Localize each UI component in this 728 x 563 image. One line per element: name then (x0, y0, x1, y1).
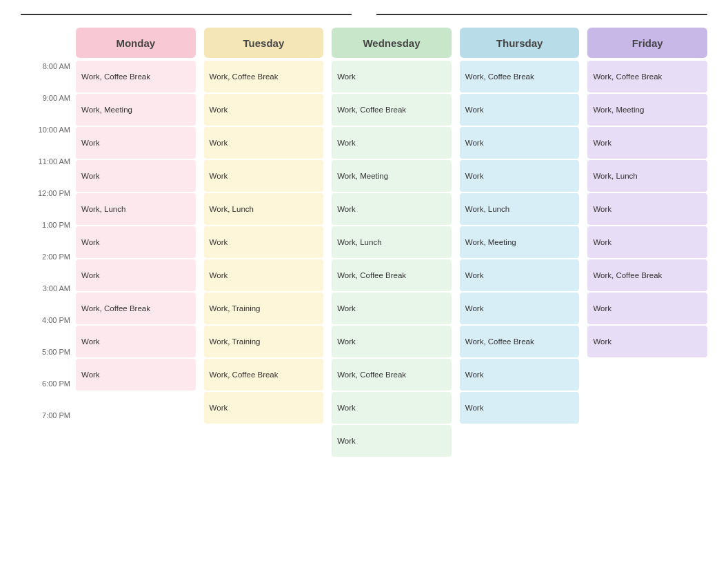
time-column: 8:00 AM9:00 AM10:00 AM11:00 AM12:00 PM1:… (21, 28, 76, 556)
day-cells-monday: Work, Coffee BreakWork, MeetingWorkWorkW… (76, 61, 196, 556)
day-header-monday: Monday (76, 28, 196, 58)
day-col-thursday: ThursdayWork, Coffee BreakWorkWorkWorkWo… (460, 28, 580, 556)
cell-friday-5: Work (587, 226, 707, 258)
schedule-container: 8:00 AM9:00 AM10:00 AM11:00 AM12:00 PM1:… (21, 28, 707, 556)
day-cells-wednesday: WorkWork, Coffee BreakWorkWork, MeetingW… (332, 61, 452, 556)
day-header-friday: Friday (587, 28, 707, 58)
time-label-6: 2:00 PM (21, 253, 76, 284)
day-header-tuesday: Tuesday (204, 28, 324, 58)
cell-wednesday-10: Work (332, 392, 452, 424)
cell-monday-10 (76, 392, 196, 424)
cell-wednesday-6: Work, Coffee Break (332, 259, 452, 291)
cell-friday-6: Work, Coffee Break (587, 259, 707, 291)
day-header-wednesday: Wednesday (332, 28, 452, 58)
cell-tuesday-1: Work (204, 94, 324, 126)
cell-wednesday-1: Work, Coffee Break (332, 94, 452, 126)
cell-thursday-11 (460, 425, 580, 457)
time-label-7: 3:00 AM (21, 284, 76, 316)
day-col-friday: FridayWork, Coffee BreakWork, MeetingWor… (587, 28, 707, 556)
cell-wednesday-0: Work (332, 61, 452, 92)
cell-monday-9: Work (76, 359, 196, 391)
cell-monday-5: Work (76, 226, 196, 258)
cell-monday-3: Work (76, 160, 196, 192)
cell-friday-11 (587, 425, 707, 457)
cell-friday-10 (587, 392, 707, 424)
cell-wednesday-7: Work (332, 293, 452, 324)
time-label-10: 6:00 PM (21, 379, 76, 411)
cell-wednesday-5: Work, Lunch (332, 226, 452, 258)
cell-friday-8: Work (587, 326, 707, 357)
cell-thursday-0: Work, Coffee Break (460, 61, 580, 92)
cell-tuesday-5: Work (204, 226, 324, 258)
cell-tuesday-4: Work, Lunch (204, 193, 324, 225)
cell-tuesday-8: Work, Training (204, 326, 324, 357)
cell-wednesday-4: Work (332, 193, 452, 225)
day-cells-tuesday: Work, Coffee BreakWorkWorkWorkWork, Lunc… (204, 61, 324, 556)
cell-tuesday-11 (204, 425, 324, 457)
cell-friday-0: Work, Coffee Break (587, 61, 707, 92)
cell-friday-7: Work (587, 293, 707, 324)
cell-thursday-8: Work, Coffee Break (460, 326, 580, 357)
cell-monday-4: Work, Lunch (76, 193, 196, 225)
cell-thursday-1: Work (460, 94, 580, 126)
cell-friday-4: Work (587, 193, 707, 225)
cell-monday-1: Work, Meeting (76, 94, 196, 126)
cell-tuesday-9: Work, Coffee Break (204, 359, 324, 391)
cell-friday-1: Work, Meeting (587, 94, 707, 126)
cell-friday-3: Work, Lunch (587, 160, 707, 192)
time-label-5: 1:00 PM (21, 221, 76, 253)
cell-tuesday-2: Work (204, 127, 324, 159)
day-header-thursday: Thursday (460, 28, 580, 58)
cell-tuesday-3: Work (204, 160, 324, 192)
page: 8:00 AM9:00 AM10:00 AM11:00 AM12:00 PM1:… (0, 0, 728, 563)
cell-wednesday-8: Work (332, 326, 452, 357)
cell-monday-2: Work (76, 127, 196, 159)
title-section (21, 14, 707, 15)
cell-wednesday-3: Work, Meeting (332, 160, 452, 192)
day-cells-thursday: Work, Coffee BreakWorkWorkWorkWork, Lunc… (460, 61, 580, 556)
time-label-4: 12:00 PM (21, 189, 76, 221)
cell-thursday-5: Work, Meeting (460, 226, 580, 258)
cell-thursday-10: Work (460, 392, 580, 424)
cell-wednesday-9: Work, Coffee Break (332, 359, 452, 391)
title-line-right (376, 14, 707, 15)
cell-thursday-4: Work, Lunch (460, 193, 580, 225)
day-col-wednesday: WednesdayWorkWork, Coffee BreakWorkWork,… (332, 28, 452, 556)
cell-monday-7: Work, Coffee Break (76, 293, 196, 324)
title-line-left (21, 14, 352, 15)
cell-thursday-3: Work (460, 160, 580, 192)
cell-tuesday-0: Work, Coffee Break (204, 61, 324, 92)
time-label-0: 8:00 AM (21, 62, 76, 94)
cell-friday-9 (587, 359, 707, 391)
cell-tuesday-10: Work (204, 392, 324, 424)
cell-monday-8: Work (76, 326, 196, 357)
time-label-8: 4:00 PM (21, 316, 76, 348)
cell-friday-2: Work (587, 127, 707, 159)
cell-thursday-2: Work (460, 127, 580, 159)
cell-wednesday-11: Work (332, 425, 452, 457)
cell-thursday-6: Work (460, 259, 580, 291)
cell-monday-6: Work (76, 259, 196, 291)
cell-thursday-7: Work (460, 293, 580, 324)
day-col-tuesday: TuesdayWork, Coffee BreakWorkWorkWorkWor… (204, 28, 324, 556)
time-label-2: 10:00 AM (21, 126, 76, 157)
time-label-11: 7:00 PM (21, 411, 76, 443)
cell-tuesday-7: Work, Training (204, 293, 324, 324)
day-cells-friday: Work, Coffee BreakWork, MeetingWorkWork,… (587, 61, 707, 556)
cell-tuesday-6: Work (204, 259, 324, 291)
time-label-3: 11:00 AM (21, 157, 76, 189)
cell-thursday-9: Work (460, 359, 580, 391)
cell-wednesday-2: Work (332, 127, 452, 159)
day-col-monday: MondayWork, Coffee BreakWork, MeetingWor… (76, 28, 196, 556)
time-label-1: 9:00 AM (21, 94, 76, 126)
cell-monday-11 (76, 425, 196, 457)
cell-monday-0: Work, Coffee Break (76, 61, 196, 92)
time-label-9: 5:00 PM (21, 348, 76, 379)
days-area: MondayWork, Coffee BreakWork, MeetingWor… (76, 28, 707, 556)
